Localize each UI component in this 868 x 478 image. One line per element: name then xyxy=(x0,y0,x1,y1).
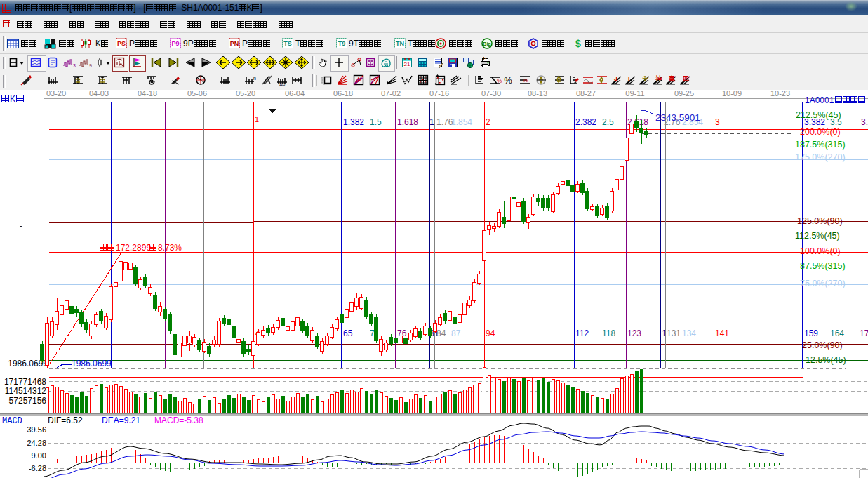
svg-text:1986.0699: 1986.0699 xyxy=(72,359,112,369)
svg-text:08-27: 08-27 xyxy=(576,90,596,98)
svg-text:$: $ xyxy=(575,38,581,49)
svg-text:F: F xyxy=(628,75,632,82)
svg-text:1.382: 1.382 xyxy=(343,117,364,127)
svg-text:07-16: 07-16 xyxy=(429,90,449,98)
svg-text:DEA=9.21: DEA=9.21 xyxy=(102,416,140,425)
svg-text:1.5: 1.5 xyxy=(370,117,382,127)
svg-text:PS: PS xyxy=(117,40,126,47)
svg-text:1: 1 xyxy=(662,328,667,338)
svg-text:T9: T9 xyxy=(338,40,346,47)
svg-text:09-25: 09-25 xyxy=(674,90,694,98)
svg-text:☩: ☩ xyxy=(642,75,648,82)
svg-text:08-13: 08-13 xyxy=(528,90,547,98)
svg-text:-6.28: -6.28 xyxy=(29,464,46,472)
svg-text:100.0%(0): 100.0%(0) xyxy=(800,246,841,256)
svg-text:%: % xyxy=(497,78,502,84)
svg-text:112: 112 xyxy=(575,328,589,338)
svg-text:25.0%(90): 25.0%(90) xyxy=(802,340,843,350)
svg-text:3.6: 3.6 xyxy=(861,117,868,127)
svg-text:134: 134 xyxy=(682,328,696,338)
svg-text:170: 170 xyxy=(860,328,868,338)
svg-text:9: 9 xyxy=(89,63,92,68)
svg-text:07-02: 07-02 xyxy=(381,90,401,98)
svg-text:24.28: 24.28 xyxy=(27,439,46,447)
svg-text:神: 神 xyxy=(655,75,662,82)
svg-text:MACD: MACD xyxy=(2,416,22,426)
svg-text:%: % xyxy=(523,77,528,84)
svg-text:PN: PN xyxy=(230,40,239,47)
svg-text:2.382: 2.382 xyxy=(575,117,596,127)
svg-text:131: 131 xyxy=(667,328,681,338)
svg-text:2343.5901: 2343.5901 xyxy=(655,112,700,123)
svg-text:87.5%(315): 87.5%(315) xyxy=(800,261,846,271)
svg-text:1.618: 1.618 xyxy=(397,117,418,127)
svg-text:1: 1 xyxy=(255,115,259,124)
svg-text:06-18: 06-18 xyxy=(333,90,353,98)
svg-text:114514312: 114514312 xyxy=(5,386,47,396)
svg-text:200.0%(0): 200.0%(0) xyxy=(800,127,841,137)
svg-text:TN: TN xyxy=(396,40,404,47)
svg-text:159: 159 xyxy=(804,328,818,338)
svg-text:2.5: 2.5 xyxy=(602,117,614,127)
svg-text:3: 3 xyxy=(73,63,76,68)
svg-text:9.00: 9.00 xyxy=(32,451,46,460)
svg-text:12.5%(45): 12.5%(45) xyxy=(806,355,846,365)
svg-text:1.854: 1.854 xyxy=(451,117,472,127)
svg-text:3: 3 xyxy=(715,117,720,127)
svg-text:05-06: 05-06 xyxy=(187,90,207,98)
svg-text:84: 84 xyxy=(436,328,446,338)
svg-text:07-30: 07-30 xyxy=(481,90,501,98)
svg-text:04-18: 04-18 xyxy=(138,90,157,98)
svg-text:10-09: 10-09 xyxy=(722,90,742,98)
svg-text:DIF=6.52: DIF=6.52 xyxy=(48,416,83,425)
svg-text:TS: TS xyxy=(283,40,292,47)
svg-text:赢: 赢 xyxy=(668,75,675,82)
svg-text:57257156: 57257156 xyxy=(9,396,47,406)
svg-text:2: 2 xyxy=(486,117,490,127)
svg-text:94: 94 xyxy=(486,328,495,338)
svg-text:J: J xyxy=(614,75,617,82)
svg-text:175.0%(270): 175.0%(270) xyxy=(795,152,846,162)
svg-text:10-23: 10-23 xyxy=(770,90,790,98)
svg-text:%: % xyxy=(504,75,512,86)
svg-text:123: 123 xyxy=(279,82,286,86)
svg-text:06-04: 06-04 xyxy=(285,90,305,98)
svg-text:171771468: 171771468 xyxy=(4,377,46,387)
svg-text:65: 65 xyxy=(343,328,353,338)
svg-text:K: K xyxy=(10,94,15,104)
svg-text:MACD=-5.38: MACD=-5.38 xyxy=(154,416,203,425)
svg-text:1A0001: 1A0001 xyxy=(805,95,834,105)
svg-text:39.56: 39.56 xyxy=(27,425,46,434)
svg-text:212.5%(45): 212.5%(45) xyxy=(796,110,841,120)
svg-text:123: 123 xyxy=(627,328,641,338)
svg-text:n²: n² xyxy=(253,76,256,81)
svg-text:P9: P9 xyxy=(171,40,179,47)
svg-text:8.73%: 8.73% xyxy=(158,243,182,253)
svg-text:-: - xyxy=(20,221,22,230)
svg-text:75.0%(270): 75.0%(270) xyxy=(800,279,846,288)
svg-text:164: 164 xyxy=(830,328,844,338)
svg-text:1: 1 xyxy=(429,117,434,127)
svg-text:118: 118 xyxy=(602,328,615,338)
svg-text:112.5%(45): 112.5%(45) xyxy=(795,231,840,241)
svg-text:141: 141 xyxy=(715,328,729,338)
svg-text:03-20: 03-20 xyxy=(46,90,66,98)
svg-text:172.2899: 172.2899 xyxy=(116,243,151,253)
svg-text:Big: Big xyxy=(483,41,490,47)
svg-text:21: 21 xyxy=(404,61,410,67)
svg-text:125.0%(90): 125.0%(90) xyxy=(797,216,843,226)
svg-text:04-03: 04-03 xyxy=(89,90,109,98)
svg-text:05-20: 05-20 xyxy=(236,90,255,98)
svg-text:09-11: 09-11 xyxy=(625,90,644,98)
svg-text:四: 四 xyxy=(683,75,689,82)
svg-text:87: 87 xyxy=(451,328,461,338)
svg-text:187.5%(315): 187.5%(315) xyxy=(795,140,846,150)
